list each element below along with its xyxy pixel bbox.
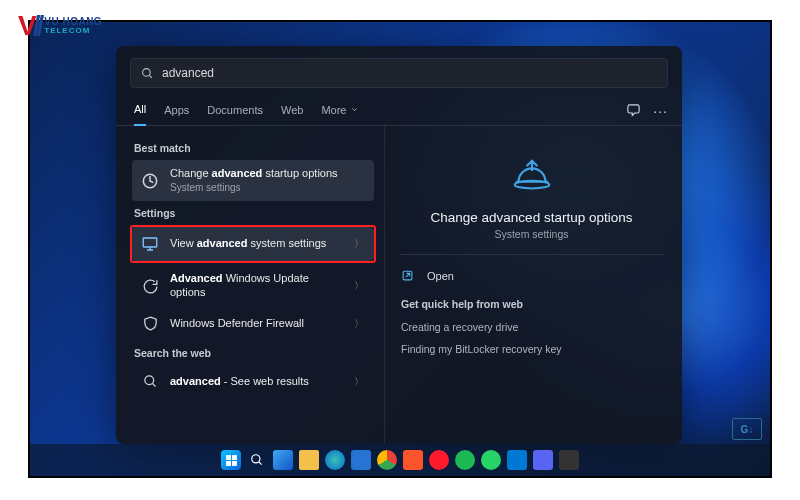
svg-point-6 xyxy=(144,376,153,385)
search-icon xyxy=(140,372,160,392)
feedback-icon[interactable] xyxy=(626,103,641,118)
open-icon xyxy=(401,269,417,282)
tab-documents[interactable]: Documents xyxy=(207,97,263,125)
shield-icon xyxy=(140,314,160,334)
svg-rect-12 xyxy=(232,455,237,460)
results-column: Best match Change advanced startup optio… xyxy=(116,126,384,444)
taskbar-discord-icon[interactable] xyxy=(533,450,553,470)
search-input[interactable] xyxy=(162,66,657,80)
best-match-label: Best match xyxy=(134,142,372,154)
svg-rect-11 xyxy=(226,455,231,460)
taskbar-opera-icon[interactable] xyxy=(429,450,449,470)
result-advanced-windows-update[interactable]: Advanced Windows Update options 〉 xyxy=(132,265,374,307)
detail-subtitle: System settings xyxy=(399,228,664,240)
result-title: advanced - See web results xyxy=(170,375,344,389)
help-link[interactable]: Finding my BitLocker recovery key xyxy=(399,338,664,360)
svg-line-10 xyxy=(406,273,410,277)
taskbar-search-icon[interactable] xyxy=(247,450,267,470)
svg-rect-14 xyxy=(232,461,237,466)
svg-line-1 xyxy=(149,75,152,78)
result-best-match[interactable]: Change advanced startup options System s… xyxy=(132,160,374,201)
brand-sub: TELECOM xyxy=(44,27,102,35)
tab-web[interactable]: Web xyxy=(281,97,303,125)
monitor-icon xyxy=(140,234,160,254)
detail-title: Change advanced startup options xyxy=(399,210,664,225)
detail-startup-icon xyxy=(508,152,556,200)
chevron-down-icon xyxy=(350,105,359,114)
svg-rect-13 xyxy=(226,461,231,466)
help-section-label: Get quick help from web xyxy=(401,298,662,310)
result-title: View advanced system settings xyxy=(170,237,344,251)
more-options-icon[interactable]: ··· xyxy=(653,103,668,119)
divider xyxy=(399,254,664,255)
highlight-annotation: View advanced system settings 〉 xyxy=(130,225,376,263)
taskbar-edge-icon[interactable] xyxy=(325,450,345,470)
brand-logo: V// VU HOANG TELECOM xyxy=(18,10,102,42)
taskbar-terminal-icon[interactable] xyxy=(559,450,579,470)
result-windows-defender-firewall[interactable]: Windows Defender Firewall 〉 xyxy=(132,307,374,341)
tab-apps[interactable]: Apps xyxy=(164,97,189,125)
chevron-right-icon: 〉 xyxy=(354,237,366,251)
settings-label: Settings xyxy=(134,207,372,219)
svg-rect-3 xyxy=(143,238,157,247)
result-subtitle: System settings xyxy=(170,182,366,195)
taskbar xyxy=(30,444,770,476)
taskbar-store-icon[interactable] xyxy=(351,450,371,470)
taskbar-brave-icon[interactable] xyxy=(403,450,423,470)
action-open[interactable]: Open xyxy=(399,263,664,288)
svg-line-16 xyxy=(259,462,262,465)
watermark-badge: G↓ xyxy=(732,418,762,440)
svg-point-0 xyxy=(143,68,151,76)
result-search-web[interactable]: advanced - See web results 〉 xyxy=(132,365,374,399)
action-open-label: Open xyxy=(427,270,454,282)
detail-pane: Change advanced startup options System s… xyxy=(384,126,682,444)
taskbar-widgets-icon[interactable] xyxy=(273,450,293,470)
startup-options-icon xyxy=(140,171,160,191)
brand-logo-mark: V// xyxy=(18,10,40,42)
tab-more-label: More xyxy=(321,104,346,116)
result-title: Change advanced startup options xyxy=(170,167,366,181)
search-icon xyxy=(141,67,154,80)
taskbar-whatsapp-icon[interactable] xyxy=(481,450,501,470)
taskbar-chrome-icon[interactable] xyxy=(377,450,397,470)
tab-more[interactable]: More xyxy=(321,97,359,125)
taskbar-spotify-icon[interactable] xyxy=(455,450,475,470)
screenshot-frame: All Apps Documents Web More ··· Best mat… xyxy=(28,20,772,478)
chevron-right-icon: 〉 xyxy=(354,279,366,293)
tab-all[interactable]: All xyxy=(134,96,146,126)
start-search-panel: All Apps Documents Web More ··· Best mat… xyxy=(116,46,682,444)
search-bar[interactable] xyxy=(130,58,668,88)
result-title: Advanced Windows Update options xyxy=(170,272,344,300)
result-title: Windows Defender Firewall xyxy=(170,317,344,331)
taskbar-vscode-icon[interactable] xyxy=(507,450,527,470)
svg-point-15 xyxy=(252,455,260,463)
start-button[interactable] xyxy=(221,450,241,470)
search-web-label: Search the web xyxy=(134,347,372,359)
sync-icon xyxy=(140,276,160,296)
taskbar-explorer-icon[interactable] xyxy=(299,450,319,470)
result-view-advanced-system-settings[interactable]: View advanced system settings 〉 xyxy=(132,227,374,261)
chevron-right-icon: 〉 xyxy=(354,317,366,331)
help-link[interactable]: Creating a recovery drive xyxy=(399,316,664,338)
chevron-right-icon: 〉 xyxy=(354,375,366,389)
svg-line-7 xyxy=(152,384,155,387)
search-tabs: All Apps Documents Web More ··· xyxy=(116,96,682,126)
